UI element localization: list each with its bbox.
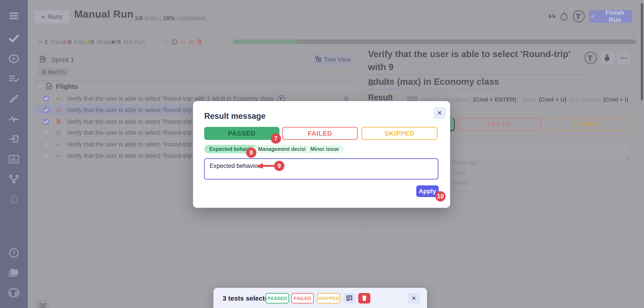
breadcrumb-label: Flights bbox=[377, 79, 394, 86]
tutorial-badge-8: 8 bbox=[246, 148, 256, 158]
priority-icon bbox=[55, 130, 62, 135]
git-branch-icon[interactable] bbox=[9, 175, 19, 184]
failed-count: 0 bbox=[68, 39, 72, 46]
sidebar: ⚙ ? bbox=[0, 0, 28, 308]
skipped-dot bbox=[85, 40, 88, 44]
steps-icon[interactable] bbox=[9, 95, 19, 103]
title-line-1: Verify that the user is able to select '… bbox=[368, 48, 583, 75]
test-checkbox[interactable] bbox=[43, 141, 49, 148]
close-icon: ✕ bbox=[437, 110, 442, 116]
test-title: Verify that the user is able to select '… bbox=[67, 107, 199, 114]
sign-in-icon[interactable] bbox=[9, 135, 19, 143]
skipped-count: 0 bbox=[91, 39, 94, 46]
priority-icon bbox=[55, 143, 62, 146]
priority-icon bbox=[55, 107, 62, 113]
suite-select-button[interactable] bbox=[38, 53, 48, 66]
run-play-icon[interactable] bbox=[9, 54, 19, 63]
priority-icon bbox=[55, 97, 62, 100]
test-checkbox[interactable] bbox=[43, 96, 49, 102]
settings-gear-icon[interactable]: ⚙ bbox=[9, 193, 19, 206]
test-checkbox[interactable] bbox=[43, 107, 49, 113]
notrun-label: Not Run bbox=[124, 39, 145, 46]
back-icon: « bbox=[41, 13, 45, 21]
modal-skipped-button[interactable]: SKIPPED bbox=[362, 127, 438, 140]
bar-chart-icon[interactable] bbox=[9, 155, 19, 163]
history-entry: nutes ago bbox=[452, 159, 478, 166]
tests-fraction: 1/6 bbox=[134, 15, 143, 22]
page-title: Manual Run bbox=[74, 8, 134, 20]
status-dot bbox=[344, 96, 349, 101]
command-shortcuts-button[interactable]: ⌘ bbox=[36, 300, 50, 308]
timer-button[interactable] bbox=[600, 52, 614, 65]
bulk-delete-button[interactable] bbox=[358, 293, 370, 303]
tutorial-badge-7: 7 bbox=[271, 133, 281, 144]
test-detail-title[interactable]: Verify that the user is able to select '… bbox=[368, 48, 583, 90]
environment-tag[interactable]: ⚙ MacOS bbox=[38, 68, 70, 77]
run-progress-bar bbox=[233, 40, 636, 44]
quick-tag-minor-issue[interactable]: Minor issue bbox=[306, 145, 344, 153]
check-icon: ✓ bbox=[590, 13, 596, 20]
tree-view-button[interactable]: Tree View bbox=[313, 54, 353, 66]
help-icon[interactable]: ? bbox=[9, 248, 19, 258]
tutorial-badge-10: 10 bbox=[435, 191, 446, 201]
panel-divider bbox=[34, 81, 358, 81]
suite-title: Sprint 1 bbox=[51, 56, 74, 64]
test-list-icon[interactable] bbox=[9, 75, 19, 83]
tree-view-label: Tree View bbox=[324, 56, 351, 63]
notrun-dot bbox=[112, 40, 115, 44]
test-group-row[interactable]: Flights bbox=[37, 81, 357, 92]
bulk-skipped-button[interactable]: SKIPPED bbox=[317, 293, 340, 303]
bulk-passed-button[interactable]: PASSED bbox=[266, 293, 289, 303]
checkmark-icon[interactable] bbox=[9, 35, 19, 43]
test-checkbox[interactable] bbox=[43, 153, 49, 159]
test-title: Verify that the user is able to select '… bbox=[67, 152, 199, 159]
back-to-runs-button[interactable]: « Runs bbox=[34, 10, 70, 23]
result-skipped-button[interactable]: SKIPPED bbox=[545, 118, 628, 131]
finish-run-button[interactable]: ✓ Finish Run bbox=[589, 10, 632, 23]
modal-failed-button[interactable]: FAILED bbox=[282, 127, 358, 140]
close-icon: ✕ bbox=[412, 295, 416, 301]
breadcrumb[interactable]: Flights bbox=[368, 79, 394, 86]
priority-caret-filter-icon[interactable] bbox=[180, 40, 186, 44]
timer-icon[interactable] bbox=[560, 12, 568, 21]
priority-double-caret-filter-icon[interactable] bbox=[188, 39, 194, 45]
test-title: Verify that the user is able to select '… bbox=[67, 141, 199, 148]
result-message-input[interactable]: Expected behaviour bbox=[204, 158, 438, 180]
history-entry: s ago bbox=[452, 169, 466, 176]
test-checkbox[interactable] bbox=[43, 130, 49, 136]
hotkeys-mid1: , failed bbox=[519, 96, 536, 103]
brand-logo-icon[interactable] bbox=[572, 10, 585, 23]
modal-close-button[interactable]: ✕ bbox=[434, 107, 446, 119]
hotkey-passed: (Cmd + ENTER) bbox=[473, 96, 516, 103]
fast-forward-icon[interactable] bbox=[548, 13, 557, 20]
percent-completed: 16% bbox=[163, 15, 175, 22]
folder-icon[interactable] bbox=[8, 268, 19, 277]
filter-circle-icon[interactable] bbox=[172, 39, 178, 45]
test-checkbox[interactable] bbox=[43, 119, 49, 125]
ellipsis-icon: ··· bbox=[620, 54, 628, 62]
result-failed-button[interactable]: FAILED bbox=[458, 118, 541, 131]
modal-passed-button[interactable]: PASSED bbox=[204, 127, 280, 140]
group-checkbox[interactable] bbox=[37, 84, 42, 89]
passed-count: 1 bbox=[44, 39, 48, 46]
scrollbar-thumb[interactable] bbox=[641, 3, 643, 100]
automated-logo-icon bbox=[584, 51, 598, 65]
notrun-count: 5 bbox=[118, 39, 121, 46]
chevron-down-icon: ⌄ bbox=[497, 187, 502, 194]
selection-bar-close-button[interactable]: ✕ bbox=[408, 293, 420, 303]
collapse-chevron-icon[interactable] bbox=[163, 40, 168, 44]
bulk-failed-button[interactable]: FAILED bbox=[291, 293, 314, 303]
document-icon bbox=[46, 83, 52, 90]
menu-icon[interactable] bbox=[9, 12, 19, 20]
workspace-logo[interactable] bbox=[7, 287, 20, 298]
priority-icon bbox=[55, 119, 62, 125]
expand-history-button[interactable]: ⌄ bbox=[494, 187, 504, 196]
runs-label: Runs bbox=[48, 13, 62, 21]
pulse-icon[interactable] bbox=[9, 115, 19, 123]
bulk-comment-button[interactable] bbox=[343, 293, 355, 303]
run-progress-fill bbox=[233, 40, 297, 44]
bookmark-filter-icon[interactable] bbox=[197, 39, 202, 45]
gear-icon: ⚙ bbox=[42, 69, 46, 75]
more-options-button[interactable]: ··· bbox=[617, 52, 630, 65]
finish-run-label: Finish Run bbox=[598, 9, 631, 24]
